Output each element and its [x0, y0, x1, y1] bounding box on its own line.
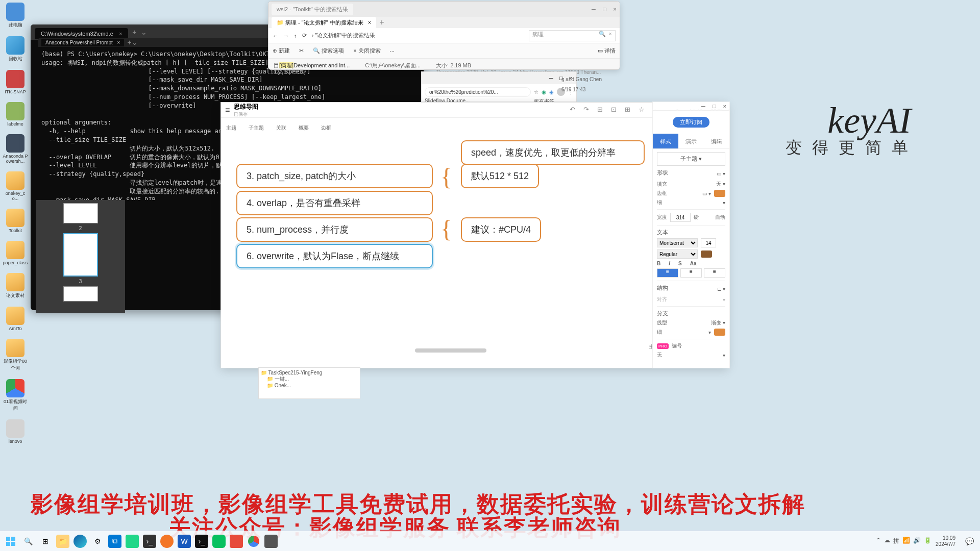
clear-search-icon[interactable]: × — [609, 31, 612, 37]
fill-select[interactable]: 无 ▾ — [716, 181, 725, 188]
desktop-icon-onekey[interactable]: onekey_co... — [3, 171, 28, 201]
node-cpu4[interactable]: 建议：#CPU/4 — [461, 217, 541, 242]
explorer-tab-active[interactable]: 📁 病理 - "论文拆解" 中的搜索结果 × — [272, 17, 376, 29]
toolbar-summary[interactable]: 概要 — [299, 124, 309, 132]
desktop-icon-toolkit[interactable]: Toolkit — [3, 209, 28, 233]
wechat-button[interactable] — [212, 535, 226, 548]
close-icon[interactable]: × — [368, 19, 371, 26]
chrome-button[interactable] — [247, 535, 260, 548]
search-options-button[interactable]: 🔍 搜索选项 — [313, 47, 344, 55]
node-patchsize[interactable]: 3. patch_size, patch的大小 — [236, 164, 433, 188]
toolbar-border[interactable]: 边框 — [321, 124, 331, 132]
border-color-swatch[interactable] — [714, 190, 725, 197]
text-color-swatch[interactable] — [701, 251, 712, 258]
taskbar-clock[interactable]: 10:09 2024/7/7 — [936, 535, 959, 547]
back-button[interactable]: ← — [273, 33, 278, 39]
explorer-search-input[interactable]: 病理 ×🔍 — [529, 30, 616, 41]
start-button[interactable] — [4, 535, 17, 548]
extension-icon[interactable]: ◉ — [549, 89, 554, 95]
volume-icon[interactable]: 🔊 — [913, 537, 921, 545]
hamburger-icon[interactable]: ≡ — [225, 106, 230, 115]
address-bar[interactable]: or%20the%20prediction%20... — [425, 87, 531, 97]
node-overwrite[interactable]: 6. overwrite，默认为Flase，断点继续 — [236, 244, 433, 268]
star-icon[interactable]: ☆ — [639, 106, 645, 115]
tab-edit[interactable]: 编辑 — [704, 134, 729, 148]
subtheme-selector[interactable]: 子主题 ▾ — [657, 152, 725, 166]
taskbar[interactable]: 🔍 ⊞ 📁 ⚙ ⧉ ›_ W ›_ ⌃ ☁ 拼 📶 🔊 🔋 10:09 2024… — [0, 531, 980, 551]
node-numprocess[interactable]: 5. num_process，并行度 — [236, 217, 433, 242]
star-icon[interactable]: ☆ — [534, 89, 538, 95]
maximize-button[interactable]: □ — [603, 6, 606, 12]
new-tab-button[interactable]: + — [379, 18, 384, 27]
chrome-window[interactable]: ─ □ × or%20the%20prediction%20... ☆ ◉ ◉ … — [421, 71, 577, 102]
notification-button[interactable]: 💬 — [963, 535, 976, 548]
auto-label[interactable]: 自动 — [715, 214, 725, 221]
file-item[interactable]: 📁 TaskSpec215-YingFeng — [261, 370, 358, 375]
node-speed[interactable]: speed，速度优先，取更低的分辨率 — [461, 140, 645, 165]
desktop-icon-thispc[interactable]: 此电脑 — [3, 3, 28, 29]
battery-icon[interactable]: 🔋 — [924, 537, 932, 545]
file-item[interactable]: 📁 一键... — [267, 375, 358, 383]
number-value[interactable]: 无 — [657, 352, 662, 359]
close-button[interactable]: × — [723, 103, 726, 109]
maximize-button[interactable]: □ — [713, 103, 716, 109]
bold-button[interactable]: B — [657, 261, 660, 266]
toolbar-relation[interactable]: 关联 — [276, 124, 286, 132]
desktop-icon-lunwen[interactable]: 论文素材 — [3, 273, 28, 299]
align-left[interactable]: ≡ — [657, 268, 678, 278]
new-button[interactable]: ⊕ 新建 — [273, 47, 290, 55]
close-icon[interactable]: × — [117, 40, 120, 45]
italic-button[interactable]: I — [669, 261, 670, 266]
file-item[interactable]: 📁 Onek... — [267, 383, 358, 388]
minimize-button[interactable]: ─ — [592, 6, 596, 12]
refresh-button[interactable]: ⟳ — [302, 32, 307, 39]
layout-icon[interactable]: ⊞ — [625, 106, 630, 115]
new-tab-button[interactable]: + — [132, 28, 136, 36]
redo-button[interactable]: ↷ — [583, 106, 589, 115]
tray-chevron[interactable]: ⌃ — [876, 537, 881, 545]
tab-dropdown-icon[interactable]: ⌄ — [132, 38, 138, 46]
extension-icon[interactable]: ◉ — [542, 89, 546, 95]
minimize-button[interactable]: ─ — [549, 75, 553, 81]
search-button[interactable]: 🔍 — [21, 535, 35, 548]
toolbar-topic[interactable]: 主题 — [226, 124, 236, 132]
case-button[interactable]: Aa — [690, 261, 697, 266]
desktop-icon-amito[interactable]: AmITo — [3, 307, 28, 331]
terminal-button[interactable]: ›_ — [143, 535, 156, 548]
toolbar-subtopic[interactable]: 子主题 — [249, 124, 264, 132]
strike-button[interactable]: S — [678, 261, 682, 266]
layout-icon[interactable]: ⊡ — [611, 106, 617, 115]
width-input[interactable] — [670, 213, 691, 222]
system-tray[interactable]: ⌃ ☁ 拼 📶 🔊 🔋 — [876, 537, 932, 545]
app-button[interactable] — [230, 535, 243, 548]
jupyter-button[interactable] — [160, 535, 174, 548]
node-default512[interactable]: 默认512 * 512 — [461, 164, 539, 188]
edge-button[interactable] — [74, 535, 87, 548]
properties-panel[interactable]: 立即订阅 样式 演示 编辑 子主题 ▾ 形状▭ ▾ 填充无 ▾ 边框▭ ▾ 细▾… — [652, 110, 730, 368]
cut-icon[interactable]: ✂ — [299, 47, 304, 54]
wifi-icon[interactable]: 📶 — [902, 537, 910, 545]
desktop-icon-anaconda[interactable]: Anaconda Powersh... — [3, 134, 28, 164]
taskview-button[interactable]: ⊞ — [39, 535, 52, 548]
explorer-button[interactable]: 📁 — [56, 535, 69, 548]
align-right[interactable]: ≡ — [704, 268, 725, 278]
search-icon[interactable]: 🔍 — [599, 31, 606, 37]
font-select[interactable]: Montserrat — [657, 238, 698, 247]
forward-button[interactable]: → — [283, 33, 289, 39]
close-search-button[interactable]: × 关闭搜索 — [353, 47, 380, 55]
tab-style[interactable]: 样式 — [653, 134, 678, 148]
pdf-thumb-4[interactable] — [63, 286, 98, 302]
more-button[interactable]: ··· — [390, 48, 395, 54]
pdf-thumb-3[interactable] — [63, 233, 98, 277]
close-icon[interactable]: × — [119, 31, 122, 37]
settings-button[interactable]: ⚙ — [91, 535, 104, 548]
node-overlap[interactable]: 4. overlap，是否有重叠采样 — [236, 191, 433, 215]
explorer-tab-bg[interactable]: wsi2 - "Toolkit" 中的搜索结果 — [272, 4, 353, 15]
details-button[interactable]: ▭ 详情 — [598, 47, 616, 55]
terminal-button-2[interactable]: ›_ — [195, 535, 208, 548]
close-button[interactable]: × — [614, 6, 617, 12]
terminal-tab-anaconda[interactable]: Anaconda Powershell Prompt × — [41, 39, 124, 46]
desktop-icon-recycle[interactable]: 回收站 — [3, 36, 28, 62]
pdf-thumbnail-sidebar[interactable]: 2 3 — [36, 200, 125, 313]
line-select[interactable]: 渐变 ▾ — [711, 319, 725, 327]
